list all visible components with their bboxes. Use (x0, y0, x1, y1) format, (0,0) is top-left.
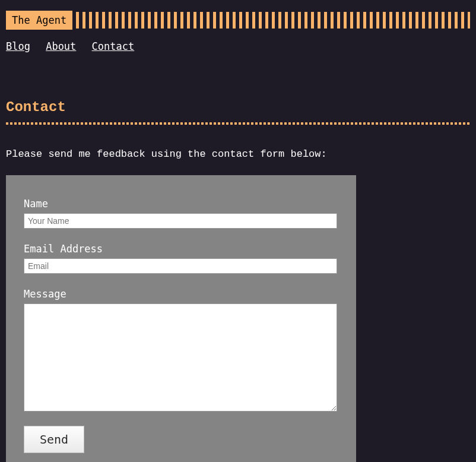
contact-form: Name Email Address Message Send (6, 175, 356, 462)
page-title: Contact (6, 99, 470, 115)
message-label: Message (24, 288, 338, 300)
site-logo[interactable]: The Agent (6, 11, 72, 30)
intro-text: Please send me feedback using the contac… (6, 148, 470, 160)
nav-link-blog[interactable]: Blog (6, 40, 30, 52)
title-divider (6, 122, 470, 125)
message-textarea[interactable] (24, 303, 337, 412)
email-input[interactable] (24, 258, 337, 274)
nav-link-contact[interactable]: Contact (92, 40, 135, 52)
name-input[interactable] (24, 213, 337, 229)
main-nav: Blog About Contact (0, 36, 476, 59)
send-button[interactable]: Send (24, 426, 84, 453)
header-bar: The Agent (0, 0, 476, 36)
email-label: Email Address (24, 243, 338, 255)
name-label: Name (24, 198, 338, 210)
nav-link-about[interactable]: About (46, 40, 76, 52)
main-content: Contact Please send me feedback using th… (0, 59, 476, 462)
header-stripes (76, 12, 470, 29)
